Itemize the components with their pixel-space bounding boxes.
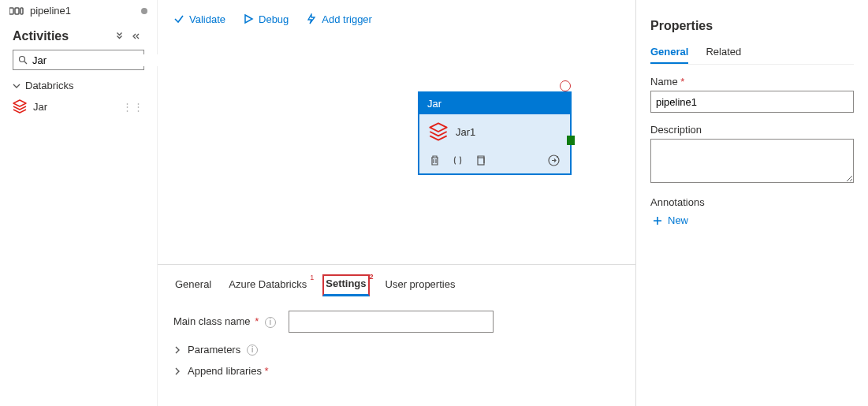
drag-handle-icon[interactable]: ⋮⋮ <box>122 101 144 113</box>
activities-heading: Activities <box>0 21 157 50</box>
chevron-down-icon <box>13 82 20 90</box>
node-name: Jar1 <box>456 126 475 138</box>
tab-azure-databricks[interactable]: Azure Databricks 1 <box>227 277 308 295</box>
validation-error-icon <box>560 80 571 91</box>
node-type-label: Jar <box>419 93 570 114</box>
tab-settings[interactable]: Settings 2 <box>322 274 369 296</box>
databricks-icon <box>429 122 448 141</box>
copy-icon[interactable] <box>475 155 486 166</box>
svg-point-3 <box>20 57 25 62</box>
tab-badge: 2 <box>370 273 374 281</box>
code-icon[interactable] <box>452 155 464 166</box>
activities-sidebar: pipeline1 Activities Databricks <box>0 0 158 406</box>
activities-title: Activities <box>13 29 113 43</box>
svg-rect-0 <box>9 8 13 14</box>
tab-general[interactable]: General <box>173 277 213 295</box>
properties-title: Properties <box>650 19 854 33</box>
prop-annotations-label: Annotations <box>650 196 854 208</box>
activity-label: Jar <box>33 101 47 113</box>
tab-label: pipeline1 <box>30 5 71 17</box>
activities-search[interactable] <box>13 50 144 70</box>
tab-user-properties[interactable]: User properties <box>384 277 457 295</box>
group-label: Databricks <box>25 80 73 91</box>
main-class-input[interactable] <box>289 311 494 333</box>
activity-node[interactable]: Jar Jar1 <box>418 91 572 175</box>
databricks-icon <box>13 99 27 114</box>
main-class-label: Main class name * i <box>173 315 276 328</box>
svg-rect-8 <box>478 158 484 165</box>
pipeline-icon <box>9 6 24 17</box>
svg-line-4 <box>24 61 27 64</box>
new-annotation-button[interactable]: New <box>650 211 854 229</box>
debug-button[interactable]: Debug <box>243 13 289 25</box>
activity-item-jar[interactable]: Jar ⋮⋮ <box>0 95 157 118</box>
validate-button[interactable]: Validate <box>173 13 225 25</box>
prop-name-label: Name * <box>650 76 854 88</box>
svg-rect-1 <box>15 8 19 14</box>
tab-badge: 1 <box>310 274 314 281</box>
svg-rect-2 <box>20 8 23 14</box>
prop-tab-general[interactable]: General <box>650 41 688 64</box>
delete-icon[interactable] <box>429 155 441 166</box>
add-output-icon[interactable] <box>547 154 561 167</box>
prop-name-input[interactable] <box>650 91 854 113</box>
info-icon[interactable]: i <box>247 345 258 356</box>
info-icon[interactable]: i <box>265 317 276 328</box>
prop-description-label: Description <box>650 124 854 136</box>
search-input[interactable] <box>32 54 165 66</box>
properties-panel: Properties General Related Name * Descri… <box>635 0 868 406</box>
chevrons-down-icon[interactable] <box>113 32 129 41</box>
activity-group-header[interactable]: Databricks <box>0 76 157 95</box>
prop-description-input[interactable] <box>650 139 854 183</box>
search-icon <box>18 55 28 65</box>
success-connector[interactable] <box>567 136 575 145</box>
unsaved-dot-icon <box>141 8 147 14</box>
prop-tab-related[interactable]: Related <box>706 41 741 64</box>
editor-tab[interactable]: pipeline1 <box>0 0 157 21</box>
collapse-panel-icon[interactable] <box>129 32 144 41</box>
add-trigger-button[interactable]: Add trigger <box>306 13 372 25</box>
